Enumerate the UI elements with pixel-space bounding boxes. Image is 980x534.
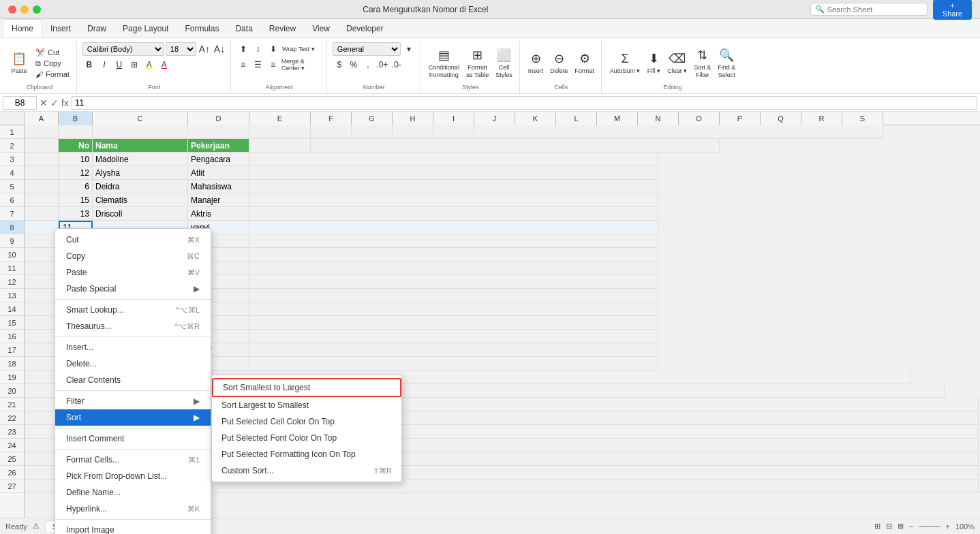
- tab-draw[interactable]: Draw: [79, 19, 114, 37]
- row-header-22[interactable]: 22: [0, 411, 24, 425]
- cell-a18[interactable]: [25, 357, 59, 371]
- row-header-12[interactable]: 12: [0, 275, 24, 289]
- row-header-13[interactable]: 13: [0, 289, 24, 302]
- cell-i1[interactable]: [433, 125, 474, 139]
- cell-b3[interactable]: 10: [59, 153, 93, 166]
- merge-center-btn[interactable]: Merge & Center ▾: [281, 58, 322, 72]
- tab-insert[interactable]: Insert: [42, 19, 79, 37]
- search-bar[interactable]: 🔍: [810, 3, 928, 16]
- cm-smart-lookup[interactable]: Smart Lookup... ^⌥⌘L: [55, 302, 211, 318]
- cm-clear-contents[interactable]: Clear Contents: [55, 372, 211, 388]
- tab-page-layout[interactable]: Page Layout: [114, 19, 177, 37]
- cell-c3[interactable]: Madoline: [93, 153, 188, 166]
- row-header-26[interactable]: 26: [0, 466, 24, 480]
- cell-b6[interactable]: 15: [59, 193, 93, 207]
- underline-button[interactable]: U: [112, 58, 126, 72]
- cell-a16[interactable]: [25, 330, 59, 343]
- cell-d5[interactable]: Mahasiswa: [188, 180, 249, 193]
- col-header-o[interactable]: O: [679, 112, 720, 125]
- col-header-p[interactable]: P: [720, 112, 761, 125]
- cm-hyperlink[interactable]: Hyperlink... ⌘K: [55, 501, 211, 517]
- cell-a3[interactable]: [25, 153, 59, 166]
- row-header-24[interactable]: 24: [0, 439, 24, 452]
- row-header-1[interactable]: 1: [0, 125, 24, 139]
- row-header-19[interactable]: 19: [0, 371, 24, 384]
- row-header-10[interactable]: 10: [0, 248, 24, 262]
- cell-d6[interactable]: Manajer: [188, 193, 249, 207]
- cell-c5[interactable]: Deidra: [93, 180, 188, 193]
- align-left-btn[interactable]: ≡: [236, 58, 250, 72]
- cell-a2[interactable]: [25, 139, 59, 153]
- font-family-select[interactable]: Calibri (Body): [82, 42, 164, 56]
- cell-a9[interactable]: [25, 234, 59, 248]
- col-header-d[interactable]: D: [188, 112, 249, 125]
- cm-paste-special[interactable]: Paste Special ▶: [55, 281, 211, 297]
- cell-c2[interactable]: Nama: [93, 139, 188, 153]
- col-header-s[interactable]: S: [842, 112, 883, 125]
- tab-data[interactable]: Data: [227, 19, 260, 37]
- cm-delete[interactable]: Delete...: [55, 356, 211, 372]
- cell-e9[interactable]: [249, 234, 658, 248]
- row-header-7[interactable]: 7: [0, 207, 24, 221]
- format-painter-button[interactable]: 🖌 Format: [33, 69, 72, 79]
- decrease-decimal-btn[interactable]: .0-: [390, 58, 403, 72]
- row-header-18[interactable]: 18: [0, 357, 24, 371]
- col-header-e[interactable]: E: [249, 112, 311, 125]
- view-layout-icon[interactable]: ⊟: [886, 522, 892, 531]
- cm-cut[interactable]: Cut ⌘X: [55, 232, 211, 248]
- maximize-button[interactable]: [33, 5, 41, 14]
- minimize-button[interactable]: [20, 5, 29, 14]
- row-header-8[interactable]: 8: [0, 221, 24, 234]
- cell-e3[interactable]: [249, 153, 658, 166]
- cm-filter[interactable]: Filter ▶: [55, 393, 211, 409]
- sm-sort-largest[interactable]: Sort Largest to Smallest: [212, 397, 401, 413]
- search-input[interactable]: [827, 5, 923, 14]
- tab-formulas[interactable]: Formulas: [177, 19, 227, 37]
- cell-f1[interactable]: [311, 125, 352, 139]
- row-header-23[interactable]: 23: [0, 425, 24, 439]
- comma-btn[interactable]: ,: [361, 58, 375, 72]
- cell-e15[interactable]: [249, 316, 658, 330]
- cell-reference-input[interactable]: [3, 96, 37, 110]
- cell-e1[interactable]: [249, 125, 311, 139]
- row-header-15[interactable]: 15: [0, 316, 24, 330]
- col-header-b[interactable]: B: [59, 112, 93, 125]
- insert-button[interactable]: ⊕ Insert: [525, 46, 547, 81]
- cell-a20[interactable]: [25, 384, 59, 398]
- accounting-btn[interactable]: $: [333, 58, 346, 72]
- fill-color-btn[interactable]: A: [142, 58, 156, 72]
- cell-e13[interactable]: [249, 289, 658, 302]
- col-header-g[interactable]: G: [352, 112, 393, 125]
- cell-c7[interactable]: Driscoll: [93, 207, 188, 221]
- number-format-select[interactable]: General: [333, 42, 401, 56]
- cm-insert-comment[interactable]: Insert Comment: [55, 430, 211, 447]
- cell-a14[interactable]: [25, 302, 59, 316]
- cell-e18[interactable]: [249, 357, 658, 371]
- cm-format-cells[interactable]: Format Cells... ⌘1: [55, 452, 211, 468]
- cell-e4[interactable]: [249, 166, 658, 180]
- row-header-14[interactable]: 14: [0, 302, 24, 316]
- autosum-button[interactable]: Σ AutoSum ▾: [607, 46, 643, 81]
- col-header-c[interactable]: C: [93, 112, 188, 125]
- cm-define-name[interactable]: Define Name...: [55, 484, 211, 501]
- col-header-f[interactable]: F: [311, 112, 352, 125]
- close-button[interactable]: [8, 5, 16, 14]
- share-button[interactable]: + Share: [933, 0, 972, 20]
- cm-pick-from-dropdown[interactable]: Pick From Drop-down List...: [55, 468, 211, 484]
- formula-input[interactable]: [72, 96, 977, 110]
- row-header-4[interactable]: 4: [0, 166, 24, 180]
- cell-b5[interactable]: 6: [59, 180, 93, 193]
- col-header-r[interactable]: R: [801, 112, 842, 125]
- cell-a1[interactable]: [25, 125, 59, 139]
- cell-a15[interactable]: [25, 316, 59, 330]
- format-as-table-button[interactable]: ⊞ Formatas Table: [463, 46, 491, 81]
- cell-e16[interactable]: [249, 330, 658, 343]
- cell-c6[interactable]: Clematis: [93, 193, 188, 207]
- font-color-btn[interactable]: A: [157, 58, 171, 72]
- sm-custom-sort[interactable]: Custom Sort... ⇧⌘R: [212, 462, 401, 479]
- view-page-break-icon[interactable]: ⊠: [898, 522, 904, 531]
- find-select-button[interactable]: 🔍 Find &Select: [715, 46, 738, 81]
- sm-font-color[interactable]: Put Selected Font Color On Top: [212, 430, 401, 446]
- sm-sort-smallest[interactable]: Sort Smallest to Largest: [212, 378, 401, 397]
- row-header-20[interactable]: 20: [0, 384, 24, 398]
